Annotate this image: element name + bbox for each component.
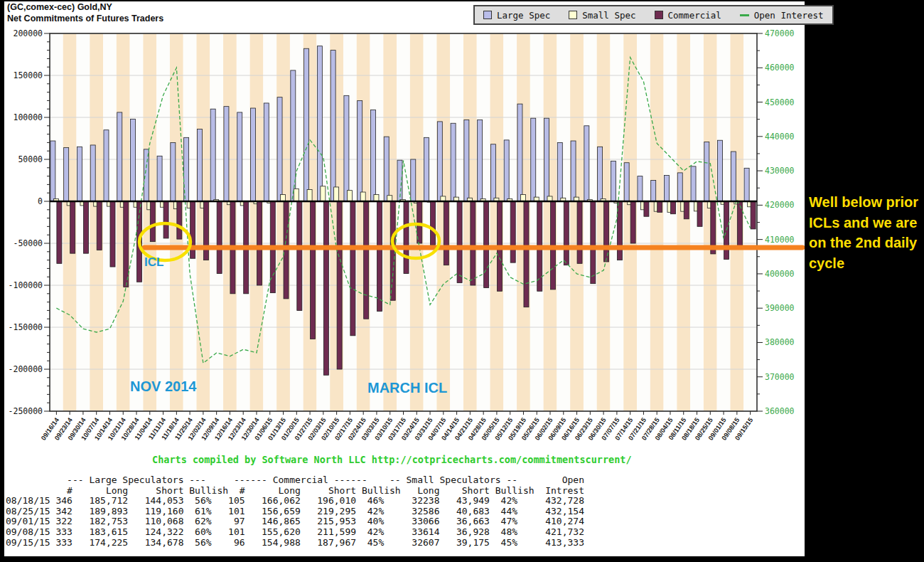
table-column-header: # Long Short Bullish # Long Short Bullis… xyxy=(6,486,584,497)
large-spec-bar xyxy=(104,130,109,201)
left-axis: 200000150000100000500000-50000-100000-15… xyxy=(9,28,50,416)
commercial-bar xyxy=(377,201,382,312)
large-spec-bar xyxy=(437,122,442,201)
icl-annotation: ICL xyxy=(144,255,163,270)
right-tick-label: 460000 xyxy=(765,63,795,73)
commercial-bar xyxy=(124,201,129,287)
commercial-bar xyxy=(297,201,302,310)
table-group-header: --- Large Speculators --- ------ Commerc… xyxy=(6,475,584,486)
commercial-bar xyxy=(177,201,182,239)
right-tick-label: 380000 xyxy=(765,337,795,347)
large-spec-bar xyxy=(677,173,682,201)
large-spec-bar xyxy=(544,118,549,201)
right-tick-label: 410000 xyxy=(765,235,795,245)
large-spec-bar xyxy=(464,120,469,201)
commercial-bar xyxy=(577,201,582,263)
large-spec-bar xyxy=(744,168,749,201)
large-spec-bar xyxy=(411,159,416,201)
commercial-bar xyxy=(684,201,689,219)
commercial-bar xyxy=(97,201,102,250)
large-spec-bar xyxy=(531,118,536,201)
cot-table: --- Large Speculators --- ------ Commerc… xyxy=(6,475,584,548)
left-tick-label: 50000 xyxy=(18,154,43,164)
small-spec-bar xyxy=(360,192,365,201)
commercial-bar xyxy=(404,201,409,273)
large-spec-bar xyxy=(250,108,255,201)
large-spec-bar xyxy=(691,166,696,201)
commercial-bar xyxy=(337,201,342,369)
screenshot-stage: (GC,comex-cec) Gold,NY Net Commitments o… xyxy=(0,0,924,562)
commercial-bar xyxy=(564,201,569,265)
large-spec-bar xyxy=(424,137,429,201)
commercial-bar xyxy=(83,201,88,253)
left-tick-label: -100000 xyxy=(9,280,43,290)
small-spec-bar xyxy=(281,195,286,201)
commercial-bar xyxy=(57,201,62,263)
large-spec-bar xyxy=(264,103,269,201)
large-spec-bar xyxy=(224,107,229,201)
left-tick-label: -50000 xyxy=(13,238,43,248)
large-spec-bar xyxy=(584,126,589,201)
large-spec-bar xyxy=(370,110,375,201)
large-spec-bar xyxy=(210,109,215,201)
large-spec-bar xyxy=(624,163,629,201)
stripe xyxy=(664,33,677,411)
small-spec-bar xyxy=(520,195,525,201)
stripe xyxy=(650,33,664,411)
large-spec-bar xyxy=(50,141,55,201)
right-tick-label: 470000 xyxy=(765,28,795,38)
x-axis: 09/16/1409/23/1409/30/1410/07/1410/14/14… xyxy=(40,411,754,442)
side-note-annotation: Well below prior ICLs and we are on the … xyxy=(809,192,923,273)
large-spec-bar xyxy=(731,152,736,201)
left-tick-label: -250000 xyxy=(9,406,43,416)
right-tick-label: 450000 xyxy=(765,97,795,107)
large-spec-bar xyxy=(344,95,349,201)
table-row: 09/15/15 333 174,225 134,678 56% 96 154,… xyxy=(6,538,584,548)
large-spec-bar xyxy=(638,176,643,201)
cot-chart: 200000150000100000500000-50000-100000-15… xyxy=(0,0,805,473)
large-spec-bar xyxy=(490,144,495,201)
commercial-bar xyxy=(670,201,675,214)
right-tick-label: 360000 xyxy=(765,406,795,416)
large-spec-bar xyxy=(598,147,603,201)
commercial-bar xyxy=(163,201,168,238)
stripe xyxy=(677,33,690,411)
commercial-bar xyxy=(524,201,529,307)
commercial-bar xyxy=(150,201,155,242)
large-spec-bar xyxy=(197,129,202,201)
commercial-bar xyxy=(203,201,208,260)
table-row: 09/01/15 322 182,753 110,068 62% 97 146,… xyxy=(6,516,584,527)
commercial-bar xyxy=(217,201,222,273)
right-tick-label: 440000 xyxy=(765,132,795,142)
small-spec-bar xyxy=(374,195,379,201)
march-icl-annotation: MARCH ICL xyxy=(367,380,447,396)
table-row: 08/18/15 346 185,712 144,053 56% 105 166… xyxy=(6,496,584,507)
large-spec-bar xyxy=(718,140,723,201)
large-spec-bar xyxy=(331,51,335,201)
commercial-bar xyxy=(110,201,115,267)
large-spec-bar xyxy=(571,141,576,201)
large-spec-bar xyxy=(504,140,509,201)
commercial-bar xyxy=(630,201,635,243)
right-tick-label: 370000 xyxy=(765,372,795,382)
large-spec-bar xyxy=(384,137,389,201)
table-row: 09/08/15 333 183,615 124,322 60% 101 155… xyxy=(6,527,584,538)
left-tick-label: 0 xyxy=(38,196,43,206)
commercial-bar xyxy=(457,201,462,282)
large-spec-bar xyxy=(358,100,362,201)
week-stripes xyxy=(50,33,757,411)
commercial-bar xyxy=(350,201,355,336)
large-spec-bar xyxy=(478,120,483,201)
commercial-bar xyxy=(257,201,262,285)
large-spec-bar xyxy=(611,161,616,201)
left-tick-label: 100000 xyxy=(13,112,43,122)
small-spec-bar xyxy=(347,191,352,201)
large-spec-bar xyxy=(651,181,656,202)
commercial-bar xyxy=(70,201,75,253)
commercial-bar xyxy=(657,201,662,212)
left-tick-label: 200000 xyxy=(13,28,43,38)
small-spec-bar xyxy=(334,187,339,201)
large-spec-bar xyxy=(237,112,242,201)
commercial-bar xyxy=(471,201,476,285)
large-spec-bar xyxy=(90,145,95,201)
